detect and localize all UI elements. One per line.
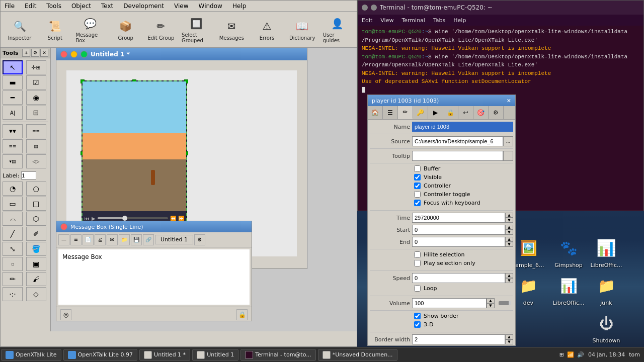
- volume-down-btn[interactable]: ▼: [487, 303, 495, 308]
- toolbar-errors[interactable]: ⚠️ Errors: [250, 14, 284, 46]
- msgbox-doc-btn[interactable]: 📄: [83, 234, 94, 245]
- prop-volume-input[interactable]: 100: [412, 298, 487, 308]
- desktop-icon-libreoffice2[interactable]: 📊 LibreOffic...: [548, 272, 589, 308]
- volume-up-btn[interactable]: ▲: [487, 298, 495, 303]
- checkbox-play-selection-only[interactable]: [414, 260, 421, 266]
- desktop-icon-libreoffice1[interactable]: 📊 LibreOffic...: [586, 234, 626, 270]
- tool-crosshair[interactable]: ✛⊞: [26, 60, 46, 74]
- canvas-max-btn[interactable]: [80, 51, 88, 58]
- menu-tools[interactable]: Tools: [44, 2, 63, 10]
- prop-tooltip-dropdown[interactable]: [503, 151, 513, 161]
- border-width-up-btn[interactable]: ▲: [505, 334, 513, 339]
- taskbar-item-untitled1[interactable]: Untitled 1 *: [139, 349, 190, 361]
- insp-tab-home[interactable]: 🏠: [368, 106, 383, 119]
- msgbox-file-btn[interactable]: 📁: [119, 234, 130, 245]
- label-input[interactable]: [21, 171, 36, 179]
- message-box-tab[interactable]: Untitled 1: [155, 235, 193, 244]
- checkbox-controller[interactable]: [414, 183, 421, 189]
- tools-close-btn[interactable]: ✕: [40, 49, 48, 57]
- insp-tab-lock[interactable]: 🔒: [443, 106, 458, 119]
- start-up-btn[interactable]: ▲: [505, 225, 513, 230]
- toolbar-messages[interactable]: ✉️ Messages: [214, 14, 249, 46]
- tool-resize[interactable]: ⤡: [3, 242, 23, 256]
- tool-line[interactable]: ━: [3, 90, 23, 105]
- desktop-icon-shutdown[interactable]: ⏻ Shutdown: [586, 309, 626, 346]
- vc-prev-btn[interactable]: ⏪: [170, 216, 176, 221]
- vc-rewind-btn[interactable]: ⏮: [85, 216, 90, 221]
- end-up-btn[interactable]: ▲: [505, 237, 513, 242]
- desktop-icon-gimpshop[interactable]: 🐾 Gimpshop: [548, 234, 589, 270]
- term-menu-tabs[interactable]: Tabs: [433, 17, 445, 24]
- video-player[interactable]: ⏮ ▶ ⏪ ⏩: [82, 80, 187, 226]
- toolbar-inspector[interactable]: 🔍 Inspector: [3, 14, 37, 46]
- menu-file[interactable]: File: [3, 2, 17, 10]
- tool-eraser[interactable]: ▫: [3, 257, 23, 271]
- tool-brush[interactable]: 🖌: [26, 272, 46, 286]
- msgbox-minus-btn[interactable]: —: [58, 234, 69, 245]
- menu-help[interactable]: Help: [230, 2, 248, 10]
- tool-label[interactable]: A|: [3, 106, 23, 120]
- time-down-btn[interactable]: ▼: [505, 218, 513, 223]
- tool-arc[interactable]: ◔: [3, 182, 23, 196]
- sys-icon-network[interactable]: 📶: [567, 351, 574, 358]
- tool-pencil[interactable]: ✏: [3, 272, 23, 286]
- prop-name-input[interactable]: player id 1003: [412, 122, 513, 132]
- tool-line2[interactable]: ╱: [3, 227, 23, 241]
- toolbar-dictionary[interactable]: 📖 Dictionary: [285, 14, 319, 46]
- msgbox-list-btn[interactable]: ≡: [70, 234, 82, 245]
- tool-freehand[interactable]: ✐: [26, 227, 46, 241]
- volume-slider[interactable]: [499, 301, 511, 305]
- msgbox-close-btn[interactable]: [60, 223, 67, 230]
- end-down-btn[interactable]: ▼: [505, 242, 513, 247]
- tool-radio[interactable]: ◉: [26, 90, 46, 105]
- checkbox-loop[interactable]: [414, 285, 421, 292]
- tool-roundrect[interactable]: ▭: [3, 197, 23, 211]
- checkbox-show-border[interactable]: [414, 313, 421, 319]
- tool-scrollbar[interactable]: ⊟: [26, 106, 46, 120]
- tool-spray[interactable]: ·:·: [3, 287, 23, 301]
- term-menu-edit[interactable]: Edit: [362, 17, 372, 24]
- tool-lasso[interactable]: ⌓: [3, 212, 23, 226]
- tool-list1[interactable]: ≡≡: [3, 139, 23, 153]
- prop-end-input[interactable]: 0: [412, 237, 505, 247]
- prop-speed-input[interactable]: 0: [412, 273, 505, 283]
- toolbar-edit-group[interactable]: ✏️ Edit Group: [144, 14, 178, 46]
- tool-pointer[interactable]: ↖: [3, 60, 23, 74]
- taskbar-item-untitled1b[interactable]: Untitled 1: [192, 349, 238, 361]
- menu-view[interactable]: View: [172, 2, 190, 10]
- msgbox-link-btn[interactable]: 🔗: [143, 234, 154, 245]
- vc-next-btn[interactable]: ⏩: [178, 216, 184, 221]
- desktop-icon-junk[interactable]: 📁 junk: [586, 272, 626, 308]
- menu-edit[interactable]: Edit: [23, 2, 38, 10]
- checkbox-controller-toggle[interactable]: [414, 191, 421, 198]
- checkbox-buffer[interactable]: [414, 165, 421, 172]
- toolbar-script[interactable]: 📜 Script: [38, 14, 72, 46]
- checkbox-hilite-selection[interactable]: [414, 251, 421, 258]
- msgbox-lock-btn[interactable]: 🔒: [236, 309, 248, 320]
- tool-diamond[interactable]: ◇: [26, 287, 46, 301]
- checkbox-visible[interactable]: [414, 174, 421, 180]
- taskbar-item-openxtalk097[interactable]: OpenXTalk Lite 0.97: [63, 349, 138, 361]
- insp-tab-play[interactable]: ▶: [428, 106, 443, 119]
- tool-field2[interactable]: ▤: [26, 139, 46, 153]
- prop-tooltip-input[interactable]: [412, 151, 503, 161]
- tool-rectangle[interactable]: ▬: [3, 75, 23, 89]
- toolbar-group[interactable]: 📦 Group: [109, 14, 143, 46]
- speed-up-btn[interactable]: ▲: [505, 273, 513, 278]
- tool-circle[interactable]: ○: [26, 182, 46, 196]
- prop-source-browse-btn[interactable]: ...: [503, 136, 513, 146]
- tool-polygon[interactable]: ⬡: [26, 212, 46, 226]
- tool-square[interactable]: □: [26, 197, 46, 211]
- term-menu-terminal[interactable]: Terminal: [401, 17, 425, 24]
- canvas-close-btn[interactable]: [60, 51, 67, 58]
- taskbar-item-openxtalk[interactable]: OpenXTalk Lite: [1, 349, 61, 361]
- vc-progress[interactable]: [98, 217, 168, 219]
- msgbox-print-btn[interactable]: 🖨: [95, 234, 106, 245]
- prop-start-input[interactable]: 0: [412, 225, 505, 235]
- tool-stamp[interactable]: ▣: [26, 257, 46, 271]
- prop-source-input[interactable]: C:/users/tom/Desktop/sample_6: [412, 136, 503, 146]
- checkbox-3d[interactable]: [414, 321, 421, 328]
- toolbar-select-grouped[interactable]: 🔲 Select Grouped: [179, 14, 213, 46]
- sys-icon-apps[interactable]: ⊞: [559, 351, 564, 358]
- insp-tab-list[interactable]: ☰: [383, 106, 398, 119]
